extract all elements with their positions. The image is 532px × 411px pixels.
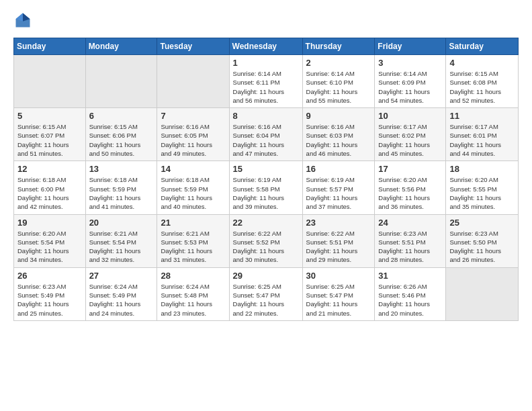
week-row-3: 12Sunrise: 6:18 AM Sunset: 6:00 PM Dayli… (14, 161, 519, 214)
logo-icon (13, 11, 32, 30)
day-cell-7: 7Sunrise: 6:16 AM Sunset: 6:05 PM Daylig… (157, 108, 229, 161)
day-cell-29: 29Sunrise: 6:25 AM Sunset: 5:47 PM Dayli… (229, 267, 302, 320)
day-number: 8 (233, 111, 299, 121)
day-info: Sunrise: 6:18 AM Sunset: 5:59 PM Dayligh… (89, 175, 154, 211)
week-row-4: 19Sunrise: 6:20 AM Sunset: 5:54 PM Dayli… (14, 214, 519, 267)
day-info: Sunrise: 6:26 AM Sunset: 5:46 PM Dayligh… (378, 282, 442, 318)
day-number: 12 (17, 164, 82, 174)
weekday-header-wednesday: Wednesday (229, 38, 302, 55)
day-number: 11 (449, 111, 515, 121)
day-cell-8: 8Sunrise: 6:16 AM Sunset: 6:04 PM Daylig… (229, 108, 302, 161)
day-info: Sunrise: 6:19 AM Sunset: 5:58 PM Dayligh… (233, 175, 299, 211)
day-number: 7 (161, 111, 225, 121)
weekday-header-tuesday: Tuesday (157, 38, 229, 55)
day-info: Sunrise: 6:14 AM Sunset: 6:10 PM Dayligh… (306, 69, 371, 105)
day-info: Sunrise: 6:20 AM Sunset: 5:54 PM Dayligh… (17, 229, 82, 265)
day-info: Sunrise: 6:17 AM Sunset: 6:02 PM Dayligh… (378, 122, 442, 158)
day-cell-20: 20Sunrise: 6:21 AM Sunset: 5:54 PM Dayli… (85, 214, 157, 267)
day-number: 22 (233, 218, 299, 228)
day-number: 14 (161, 164, 225, 174)
day-number: 6 (89, 111, 154, 121)
day-cell-27: 27Sunrise: 6:24 AM Sunset: 5:49 PM Dayli… (85, 267, 157, 320)
day-number: 25 (449, 218, 515, 228)
day-number: 13 (89, 164, 154, 174)
day-number: 31 (378, 271, 442, 281)
day-info: Sunrise: 6:18 AM Sunset: 6:00 PM Dayligh… (17, 175, 82, 211)
day-info: Sunrise: 6:16 AM Sunset: 6:05 PM Dayligh… (161, 122, 225, 158)
weekday-header-saturday: Saturday (446, 38, 519, 55)
header (13, 11, 519, 30)
day-info: Sunrise: 6:21 AM Sunset: 5:53 PM Dayligh… (161, 229, 225, 265)
day-cell-12: 12Sunrise: 6:18 AM Sunset: 6:00 PM Dayli… (14, 161, 86, 214)
day-cell-5: 5Sunrise: 6:15 AM Sunset: 6:07 PM Daylig… (14, 108, 86, 161)
day-number: 28 (161, 271, 225, 281)
day-number: 26 (17, 271, 82, 281)
day-info: Sunrise: 6:24 AM Sunset: 5:49 PM Dayligh… (89, 282, 154, 318)
day-info: Sunrise: 6:20 AM Sunset: 5:55 PM Dayligh… (449, 175, 515, 211)
day-number: 16 (306, 164, 371, 174)
day-cell-18: 18Sunrise: 6:20 AM Sunset: 5:55 PM Dayli… (446, 161, 519, 214)
day-cell-21: 21Sunrise: 6:21 AM Sunset: 5:53 PM Dayli… (157, 214, 229, 267)
day-info: Sunrise: 6:23 AM Sunset: 5:49 PM Dayligh… (17, 282, 82, 318)
day-info: Sunrise: 6:15 AM Sunset: 6:06 PM Dayligh… (89, 122, 154, 158)
day-cell-28: 28Sunrise: 6:24 AM Sunset: 5:48 PM Dayli… (157, 267, 229, 320)
day-number: 3 (378, 58, 442, 68)
day-number: 4 (449, 58, 515, 68)
day-info: Sunrise: 6:22 AM Sunset: 5:52 PM Dayligh… (233, 229, 299, 265)
day-number: 21 (161, 218, 225, 228)
weekday-header-thursday: Thursday (302, 38, 375, 55)
weekday-header-friday: Friday (375, 38, 446, 55)
day-info: Sunrise: 6:15 AM Sunset: 6:07 PM Dayligh… (17, 122, 82, 158)
day-number: 15 (233, 164, 299, 174)
empty-cell (14, 55, 86, 108)
day-number: 23 (306, 218, 371, 228)
day-cell-2: 2Sunrise: 6:14 AM Sunset: 6:10 PM Daylig… (302, 55, 375, 108)
week-row-1: 1Sunrise: 6:14 AM Sunset: 6:11 PM Daylig… (14, 55, 519, 108)
day-cell-25: 25Sunrise: 6:23 AM Sunset: 5:50 PM Dayli… (446, 214, 519, 267)
day-info: Sunrise: 6:16 AM Sunset: 6:04 PM Dayligh… (233, 122, 299, 158)
day-cell-11: 11Sunrise: 6:17 AM Sunset: 6:01 PM Dayli… (446, 108, 519, 161)
day-cell-10: 10Sunrise: 6:17 AM Sunset: 6:02 PM Dayli… (375, 108, 446, 161)
day-cell-14: 14Sunrise: 6:18 AM Sunset: 5:59 PM Dayli… (157, 161, 229, 214)
day-cell-30: 30Sunrise: 6:25 AM Sunset: 5:47 PM Dayli… (302, 267, 375, 320)
week-row-5: 26Sunrise: 6:23 AM Sunset: 5:49 PM Dayli… (14, 267, 519, 320)
day-cell-3: 3Sunrise: 6:14 AM Sunset: 6:09 PM Daylig… (375, 55, 446, 108)
day-cell-16: 16Sunrise: 6:19 AM Sunset: 5:57 PM Dayli… (302, 161, 375, 214)
day-number: 27 (89, 271, 154, 281)
weekday-header-monday: Monday (85, 38, 157, 55)
day-number: 19 (17, 218, 82, 228)
day-number: 30 (306, 271, 371, 281)
day-number: 29 (233, 271, 299, 281)
day-cell-24: 24Sunrise: 6:23 AM Sunset: 5:51 PM Dayli… (375, 214, 446, 267)
day-number: 2 (306, 58, 371, 68)
empty-cell (157, 55, 229, 108)
day-cell-22: 22Sunrise: 6:22 AM Sunset: 5:52 PM Dayli… (229, 214, 302, 267)
day-info: Sunrise: 6:16 AM Sunset: 6:03 PM Dayligh… (306, 122, 371, 158)
day-cell-17: 17Sunrise: 6:20 AM Sunset: 5:56 PM Dayli… (375, 161, 446, 214)
day-cell-4: 4Sunrise: 6:15 AM Sunset: 6:08 PM Daylig… (446, 55, 519, 108)
day-cell-26: 26Sunrise: 6:23 AM Sunset: 5:49 PM Dayli… (14, 267, 86, 320)
page: SundayMondayTuesdayWednesdayThursdayFrid… (0, 0, 532, 411)
day-info: Sunrise: 6:25 AM Sunset: 5:47 PM Dayligh… (306, 282, 371, 318)
day-number: 10 (378, 111, 442, 121)
day-cell-23: 23Sunrise: 6:22 AM Sunset: 5:51 PM Dayli… (302, 214, 375, 267)
empty-cell (446, 267, 519, 320)
calendar: SundayMondayTuesdayWednesdayThursdayFrid… (13, 38, 519, 321)
day-info: Sunrise: 6:20 AM Sunset: 5:56 PM Dayligh… (378, 175, 442, 211)
day-info: Sunrise: 6:25 AM Sunset: 5:47 PM Dayligh… (233, 282, 299, 318)
day-info: Sunrise: 6:21 AM Sunset: 5:54 PM Dayligh… (89, 229, 154, 265)
day-number: 1 (233, 58, 299, 68)
day-cell-31: 31Sunrise: 6:26 AM Sunset: 5:46 PM Dayli… (375, 267, 446, 320)
day-info: Sunrise: 6:23 AM Sunset: 5:50 PM Dayligh… (449, 229, 515, 265)
day-number: 20 (89, 218, 154, 228)
day-info: Sunrise: 6:24 AM Sunset: 5:48 PM Dayligh… (161, 282, 225, 318)
day-info: Sunrise: 6:17 AM Sunset: 6:01 PM Dayligh… (449, 122, 515, 158)
day-info: Sunrise: 6:19 AM Sunset: 5:57 PM Dayligh… (306, 175, 371, 211)
day-cell-15: 15Sunrise: 6:19 AM Sunset: 5:58 PM Dayli… (229, 161, 302, 214)
empty-cell (85, 55, 157, 108)
day-number: 18 (449, 164, 515, 174)
weekday-header-sunday: Sunday (14, 38, 86, 55)
day-info: Sunrise: 6:18 AM Sunset: 5:59 PM Dayligh… (161, 175, 225, 211)
day-info: Sunrise: 6:23 AM Sunset: 5:51 PM Dayligh… (378, 229, 442, 265)
day-number: 5 (17, 111, 82, 121)
